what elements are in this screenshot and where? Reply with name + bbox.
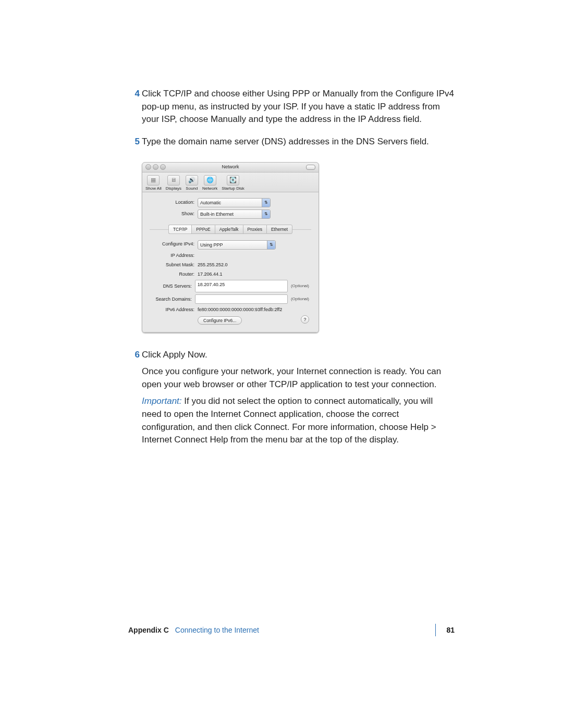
important-body: If you did not select the option to conn… [142, 396, 436, 445]
tab-tcpip[interactable]: TCP/IP [168, 225, 191, 234]
tab-appletalk[interactable]: AppleTalk [215, 225, 243, 234]
optional-label: (Optional) [288, 283, 309, 289]
tab-ethernet[interactable]: Ethernet [266, 225, 292, 234]
important-note: Important: If you did not select the opt… [142, 395, 455, 447]
toolbar-displays[interactable]: 🖥 Displays [166, 175, 181, 192]
step-text: Click TCP/IP and choose either Using PPP… [142, 88, 455, 126]
location-select[interactable]: Automatic ⇅ [198, 198, 271, 207]
show-value: Built-in Ethernet [200, 212, 234, 217]
disk-icon: 💽 [227, 175, 239, 186]
speaker-icon: 🔊 [186, 175, 198, 186]
tab-pppoe[interactable]: PPPoE [191, 225, 214, 234]
step-text: Click Apply Now. [142, 349, 455, 362]
step-number: 6 [128, 349, 142, 451]
toolbar-label: Startup Disk [222, 186, 244, 192]
toolbar-label: Show All [145, 186, 162, 192]
window-toolbar: ▦ Show All 🖥 Displays 🔊 Sound 🌐 Network … [142, 172, 319, 192]
step-text: Type the domain name server (DNS) addres… [142, 135, 455, 149]
appendix-title: Connecting to the Internet [175, 625, 259, 635]
globe-icon: 🌐 [204, 175, 216, 186]
show-select[interactable]: Built-in Ethernet ⇅ [198, 209, 271, 219]
tcpip-panel: Configure IPv4: Using PPP ⇅ IP Address: … [142, 237, 319, 329]
step-number: 4 [128, 88, 142, 130]
toolbar-sound[interactable]: 🔊 Sound [186, 175, 198, 192]
location-value: Automatic [200, 200, 221, 205]
toolbar-show-all[interactable]: ▦ Show All [145, 175, 162, 192]
search-domains-input[interactable] [195, 294, 288, 304]
subnet-mask-value: 255.255.252.0 [198, 261, 228, 268]
configure-ipv4-select[interactable]: Using PPP ⇅ [198, 240, 276, 250]
step-5: 5 Type the domain name server (DNS) addr… [128, 135, 455, 153]
subnet-mask-label: Subnet Mask: [152, 261, 198, 268]
toolbar-label: Network [202, 186, 217, 192]
window-body: Location: Automatic ⇅ Show: Built-in Eth… [142, 192, 319, 333]
router-label: Router: [152, 270, 198, 278]
configure-ipv6-button[interactable]: Configure IPv6... [198, 316, 242, 325]
dns-servers-value: 18.207.40.25 [198, 282, 225, 287]
help-icon[interactable]: ? [301, 315, 309, 324]
page-footer: Appendix C Connecting to the Internet 81 [128, 624, 455, 636]
chevron-updown-icon: ⇅ [262, 210, 270, 218]
step-6: 6 Click Apply Now. Once you configure yo… [128, 349, 455, 451]
dns-servers-label: DNS Servers: [152, 282, 195, 290]
chevron-updown-icon: ⇅ [267, 241, 275, 249]
router-value: 17.206.44.1 [198, 270, 223, 278]
toolbar-label: Sound [186, 186, 198, 192]
grid-icon: ▦ [147, 175, 160, 186]
location-label: Location: [142, 199, 198, 206]
step-body: Click TCP/IP and choose either Using PPP… [142, 88, 455, 130]
step-body: Click Apply Now. Once you configure your… [142, 349, 455, 451]
step-4: 4 Click TCP/IP and choose either Using P… [128, 88, 455, 130]
protocol-tabs: TCP/IP PPPoE AppleTalk Proxies Ethernet [150, 225, 311, 234]
page-number: 81 [435, 624, 455, 636]
ipv6-address-label: IPv6 Address: [152, 306, 198, 313]
toolbar-label: Displays [166, 186, 181, 192]
search-domains-label: Search Domains: [152, 295, 195, 303]
ipv6-address-value: fe80:0000:0000:0000:0000:93ff:fedb:2ff2 [198, 306, 282, 313]
window-title: Network [142, 164, 319, 170]
toolbar-startup-disk[interactable]: 💽 Startup Disk [222, 175, 244, 192]
display-icon: 🖥 [167, 175, 180, 186]
important-label: Important: [142, 396, 182, 406]
tab-proxies[interactable]: Proxies [243, 225, 266, 234]
dns-servers-input[interactable]: 18.207.40.25 [195, 280, 288, 292]
step-number: 5 [128, 135, 142, 153]
step-paragraph: Once you configure your network, your In… [142, 365, 455, 391]
configure-ipv4-value: Using PPP [200, 242, 223, 248]
show-label: Show: [142, 211, 198, 217]
ip-address-label: IP Address: [152, 252, 198, 259]
appendix-label: Appendix C [128, 625, 169, 635]
network-window: Network ▦ Show All 🖥 Displays 🔊 Sound 🌐 … [142, 162, 319, 333]
window-titlebar: Network [142, 163, 319, 172]
configure-ipv4-label: Configure IPv4: [152, 240, 198, 248]
step-body: Type the domain name server (DNS) addres… [142, 135, 455, 153]
optional-label: (Optional) [288, 296, 309, 302]
toolbar-pill-icon[interactable] [306, 165, 315, 170]
chevron-updown-icon: ⇅ [262, 199, 270, 207]
toolbar-network[interactable]: 🌐 Network [202, 175, 217, 192]
